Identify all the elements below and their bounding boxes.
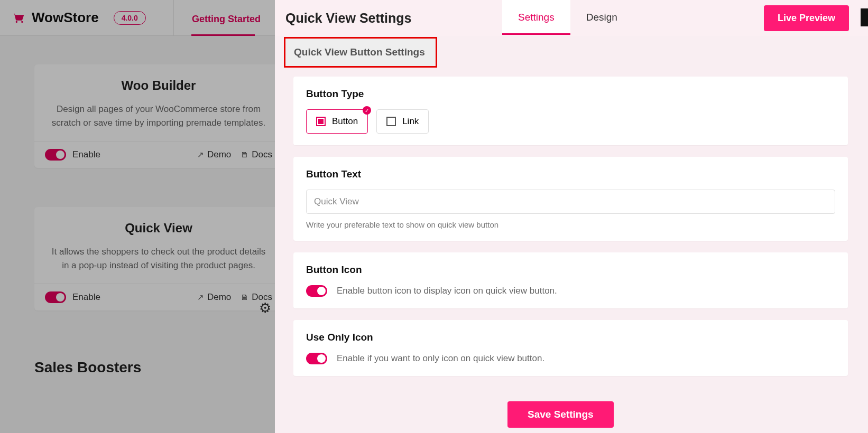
tab-design[interactable]: Design [570, 0, 633, 35]
button-text-input[interactable] [306, 190, 835, 214]
button-type-label: Button Type [306, 88, 835, 100]
radio-icon [386, 117, 396, 126]
live-preview-button[interactable]: Live Preview [764, 5, 849, 31]
only-icon-label: Use Only Icon [306, 332, 835, 343]
button-type-option-link[interactable]: Link [376, 109, 429, 134]
only-icon-toggle[interactable] [306, 353, 327, 364]
radio-icon [316, 117, 326, 126]
button-text-label: Button Text [306, 168, 835, 180]
accordion-title: Quick View Button Settings [294, 46, 425, 58]
accordion-header[interactable]: Quick View Button Settings [284, 37, 437, 68]
tab-settings[interactable]: Settings [502, 0, 570, 35]
panel-title: Quick View Settings [285, 11, 412, 26]
button-icon-desc: Enable button icon to display icon on qu… [337, 286, 557, 296]
button-icon-toggle[interactable] [306, 285, 327, 297]
button-text-help: Write your preferable text to show on qu… [306, 220, 835, 229]
only-icon-desc: Enable if you want to only icon on quick… [337, 353, 544, 364]
button-type-option-button[interactable]: Button ✓ [306, 109, 368, 134]
menu-icon[interactable] [861, 8, 868, 26]
button-icon-label: Button Icon [306, 264, 835, 276]
check-icon: ✓ [363, 106, 371, 115]
settings-panel: Quick View Settings Settings Design Live… [275, 0, 868, 433]
modal-backdrop [0, 0, 275, 433]
save-settings-button[interactable]: Save Settings [507, 401, 614, 428]
